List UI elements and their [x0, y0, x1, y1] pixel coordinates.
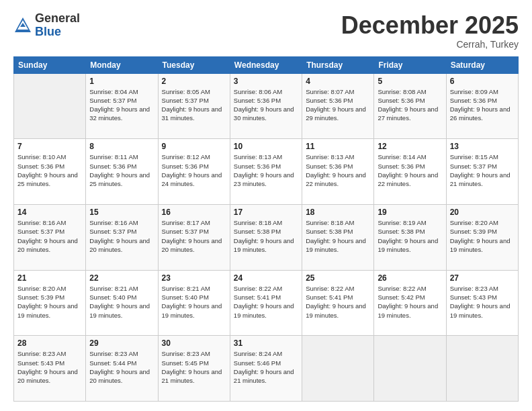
sunrise-text: Sunrise: 8:12 AM	[162, 153, 210, 161]
sunset-text: Sunset: 5:46 PM	[234, 359, 281, 367]
sunrise-text: Sunrise: 8:05 AM	[162, 88, 210, 95]
sunrise-text: Sunrise: 8:22 AM	[306, 285, 354, 292]
week-row-3: 21Sunrise: 8:20 AMSunset: 5:39 PMDayligh…	[14, 270, 519, 336]
day-info: Sunrise: 8:24 AMSunset: 5:46 PMDaylight:…	[234, 349, 298, 385]
sunset-text: Sunset: 5:36 PM	[378, 163, 425, 170]
day-number: 27	[450, 273, 515, 283]
daylight-text: Daylight: 9 hours and 19 minutes.	[306, 237, 366, 253]
day-info: Sunrise: 8:07 AMSunset: 5:36 PMDaylight:…	[306, 87, 370, 123]
daylight-text: Daylight: 9 hours and 19 minutes.	[17, 302, 78, 318]
sunset-text: Sunset: 5:36 PM	[234, 163, 281, 170]
daylight-text: Daylight: 9 hours and 19 minutes.	[450, 302, 511, 318]
page: General Blue December 2025 Cerrah, Turke…	[0, 0, 532, 411]
sunrise-text: Sunrise: 8:15 AM	[450, 153, 498, 161]
week-row-1: 7Sunrise: 8:10 AMSunset: 5:36 PMDaylight…	[14, 139, 519, 205]
day-info: Sunrise: 8:22 AMSunset: 5:41 PMDaylight:…	[234, 284, 298, 320]
daylight-text: Daylight: 9 hours and 25 minutes.	[17, 171, 78, 187]
day-number: 4	[306, 77, 370, 86]
sunrise-text: Sunrise: 8:21 AM	[89, 285, 138, 292]
daylight-text: Daylight: 9 hours and 19 minutes.	[378, 302, 438, 318]
daylight-text: Daylight: 9 hours and 21 minutes.	[234, 368, 294, 384]
cell-w4-d4	[302, 336, 374, 402]
day-info: Sunrise: 8:14 AMSunset: 5:36 PMDaylight:…	[378, 152, 442, 188]
cell-w2-d1: 15Sunrise: 8:16 AMSunset: 5:37 PMDayligh…	[86, 204, 158, 270]
day-info: Sunrise: 8:21 AMSunset: 5:40 PMDaylight:…	[162, 284, 226, 320]
daylight-text: Daylight: 9 hours and 19 minutes.	[306, 302, 366, 318]
day-info: Sunrise: 8:13 AMSunset: 5:36 PMDaylight:…	[234, 152, 298, 188]
day-info: Sunrise: 8:22 AMSunset: 5:41 PMDaylight:…	[306, 284, 370, 320]
daylight-text: Daylight: 9 hours and 22 minutes.	[378, 171, 438, 187]
sunset-text: Sunset: 5:36 PM	[306, 97, 353, 104]
day-number: 28	[17, 338, 82, 348]
day-info: Sunrise: 8:22 AMSunset: 5:42 PMDaylight:…	[378, 284, 442, 320]
daylight-text: Daylight: 9 hours and 20 minutes.	[17, 368, 78, 384]
cell-w3-d0: 21Sunrise: 8:20 AMSunset: 5:39 PMDayligh…	[14, 270, 86, 336]
sunset-text: Sunset: 5:39 PM	[17, 293, 64, 301]
day-info: Sunrise: 8:10 AMSunset: 5:36 PMDaylight:…	[17, 152, 82, 188]
cell-w2-d6: 20Sunrise: 8:20 AMSunset: 5:39 PMDayligh…	[446, 204, 518, 270]
header-saturday: Saturday	[446, 56, 518, 73]
day-number: 3	[234, 77, 298, 86]
daylight-text: Daylight: 9 hours and 26 minutes.	[450, 105, 511, 122]
day-number: 29	[89, 338, 154, 348]
cell-w3-d2: 23Sunrise: 8:21 AMSunset: 5:40 PMDayligh…	[158, 270, 230, 336]
cell-w0-d3: 3Sunrise: 8:06 AMSunset: 5:36 PMDaylight…	[230, 73, 302, 139]
sunrise-text: Sunrise: 8:20 AM	[17, 285, 66, 292]
cell-w3-d5: 26Sunrise: 8:22 AMSunset: 5:42 PMDayligh…	[374, 270, 446, 336]
sunset-text: Sunset: 5:42 PM	[378, 293, 425, 301]
sunset-text: Sunset: 5:43 PM	[17, 359, 64, 367]
sunrise-text: Sunrise: 8:20 AM	[450, 219, 498, 226]
day-info: Sunrise: 8:23 AMSunset: 5:43 PMDaylight:…	[450, 284, 515, 320]
sunset-text: Sunset: 5:36 PM	[162, 163, 209, 170]
header-monday: Monday	[86, 56, 158, 73]
cell-w4-d3: 31Sunrise: 8:24 AMSunset: 5:46 PMDayligh…	[230, 336, 302, 402]
cell-w1-d4: 11Sunrise: 8:13 AMSunset: 5:36 PMDayligh…	[302, 139, 374, 205]
daylight-text: Daylight: 9 hours and 20 minutes.	[89, 368, 150, 384]
day-info: Sunrise: 8:17 AMSunset: 5:37 PMDaylight:…	[162, 218, 226, 254]
sunrise-text: Sunrise: 8:08 AM	[378, 88, 426, 95]
cell-w0-d6: 6Sunrise: 8:09 AMSunset: 5:36 PMDaylight…	[446, 73, 518, 139]
day-number: 7	[17, 142, 82, 151]
sunrise-text: Sunrise: 8:22 AM	[378, 285, 426, 292]
cell-w0-d5: 5Sunrise: 8:08 AMSunset: 5:36 PMDaylight…	[374, 73, 446, 139]
sunset-text: Sunset: 5:38 PM	[306, 228, 353, 235]
cell-w1-d2: 9Sunrise: 8:12 AMSunset: 5:36 PMDaylight…	[158, 139, 230, 205]
cell-w2-d5: 19Sunrise: 8:19 AMSunset: 5:38 PMDayligh…	[374, 204, 446, 270]
day-info: Sunrise: 8:09 AMSunset: 5:36 PMDaylight:…	[450, 87, 515, 123]
sunrise-text: Sunrise: 8:16 AM	[89, 219, 138, 226]
sunrise-text: Sunrise: 8:11 AM	[89, 153, 138, 161]
day-info: Sunrise: 8:23 AMSunset: 5:43 PMDaylight:…	[17, 349, 82, 385]
day-number: 11	[306, 142, 370, 151]
daylight-text: Daylight: 9 hours and 19 minutes.	[89, 302, 150, 318]
calendar-table: Sunday Monday Tuesday Wednesday Thursday…	[13, 56, 519, 402]
day-number: 9	[162, 142, 226, 151]
header: General Blue December 2025 Cerrah, Turke…	[13, 12, 519, 50]
day-info: Sunrise: 8:23 AMSunset: 5:45 PMDaylight:…	[162, 349, 226, 385]
cell-w0-d4: 4Sunrise: 8:07 AMSunset: 5:36 PMDaylight…	[302, 73, 374, 139]
cell-w4-d0: 28Sunrise: 8:23 AMSunset: 5:43 PMDayligh…	[14, 336, 86, 402]
day-number: 2	[162, 77, 226, 86]
location-subtitle: Cerrah, Turkey	[341, 39, 519, 50]
header-wednesday: Wednesday	[230, 56, 302, 73]
logo-blue: Blue	[35, 26, 80, 39]
sunrise-text: Sunrise: 8:14 AM	[378, 153, 426, 161]
day-number: 19	[378, 208, 442, 217]
day-number: 23	[162, 273, 226, 283]
day-number: 6	[450, 77, 515, 86]
sunset-text: Sunset: 5:36 PM	[17, 163, 64, 170]
sunset-text: Sunset: 5:37 PM	[450, 163, 497, 170]
day-number: 10	[234, 142, 298, 151]
day-info: Sunrise: 8:08 AMSunset: 5:36 PMDaylight:…	[378, 87, 442, 123]
sunset-text: Sunset: 5:44 PM	[89, 359, 136, 367]
day-info: Sunrise: 8:12 AMSunset: 5:36 PMDaylight:…	[162, 152, 226, 188]
daylight-text: Daylight: 9 hours and 19 minutes.	[234, 302, 294, 318]
day-info: Sunrise: 8:04 AMSunset: 5:37 PMDaylight:…	[89, 87, 154, 123]
sunrise-text: Sunrise: 8:17 AM	[162, 219, 210, 226]
sunrise-text: Sunrise: 8:23 AM	[17, 350, 66, 357]
daylight-text: Daylight: 9 hours and 31 minutes.	[162, 105, 222, 122]
daylight-text: Daylight: 9 hours and 20 minutes.	[162, 237, 222, 253]
day-number: 16	[162, 208, 226, 217]
sunrise-text: Sunrise: 8:24 AM	[234, 350, 282, 357]
sunrise-text: Sunrise: 8:21 AM	[162, 285, 210, 292]
day-info: Sunrise: 8:11 AMSunset: 5:36 PMDaylight:…	[89, 152, 154, 188]
